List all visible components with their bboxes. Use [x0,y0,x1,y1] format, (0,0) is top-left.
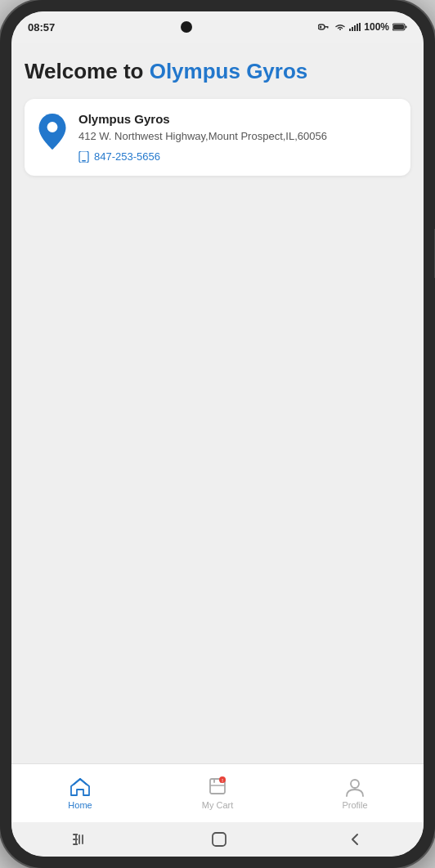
nav-home[interactable]: Home [11,776,149,810]
phone-number: 847-253-5656 [94,150,160,163]
home-icon [70,776,91,798]
camera-notch [181,21,192,33]
nav-cart[interactable]: ! My Cart [149,776,286,810]
phone-icon [78,151,89,163]
profile-label: Profile [342,800,367,810]
svg-rect-26 [78,834,80,844]
welcome-brand: Olympus Gyros [150,59,308,83]
wifi-icon [334,23,346,31]
welcome-prefix: Welcome to [25,59,150,83]
svg-rect-11 [405,26,406,29]
welcome-title: Welcome to Olympus Gyros [25,59,410,84]
svg-rect-4 [349,29,351,31]
restaurant-phone-link[interactable]: 847-253-5656 [78,150,397,163]
restaurant-card: Olympus Gyros 412 W. Northwest Highway,M… [25,99,410,176]
svg-point-1 [320,26,322,29]
restaurant-address: 412 W. Northwest Highway,Mount Prospect,… [78,129,397,144]
cart-label: My Cart [202,800,234,810]
svg-rect-5 [352,27,353,31]
svg-rect-14 [82,160,86,162]
status-time: 08:57 [28,21,55,34]
svg-rect-10 [393,25,404,29]
key-icon [318,23,331,31]
cart-icon: ! [207,776,228,798]
battery-percentage: 100% [364,21,389,33]
nav-profile[interactable]: Profile [286,776,424,810]
svg-rect-3 [327,26,329,29]
signal-icon [349,23,361,31]
status-bar: 08:57 [11,11,424,43]
svg-rect-27 [82,834,83,844]
android-nav-bar [11,822,424,857]
svg-point-12 [47,122,58,132]
svg-rect-8 [359,23,361,31]
android-back-btn[interactable] [349,833,362,846]
restaurant-name: Olympus Gyros [78,112,397,126]
svg-rect-25 [75,834,77,844]
svg-rect-28 [213,833,226,846]
phone-shell: 08:57 [0,0,435,868]
phone-screen: 08:57 [11,11,424,857]
profile-icon [344,776,365,798]
svg-rect-6 [354,25,356,31]
android-menu-btn[interactable] [73,834,89,845]
status-icons: 100% [318,21,407,33]
main-content: Welcome to Olympus Gyros Olympus Gyros 4… [11,43,424,763]
location-pin-icon [38,114,67,150]
restaurant-info: Olympus Gyros 412 W. Northwest Highway,M… [78,112,397,163]
svg-rect-7 [357,24,358,31]
home-label: Home [68,800,92,810]
svg-point-18 [351,780,359,788]
bottom-nav: Home ! My Cart [11,763,424,822]
android-home-btn[interactable] [212,832,226,847]
battery-icon [392,23,407,31]
